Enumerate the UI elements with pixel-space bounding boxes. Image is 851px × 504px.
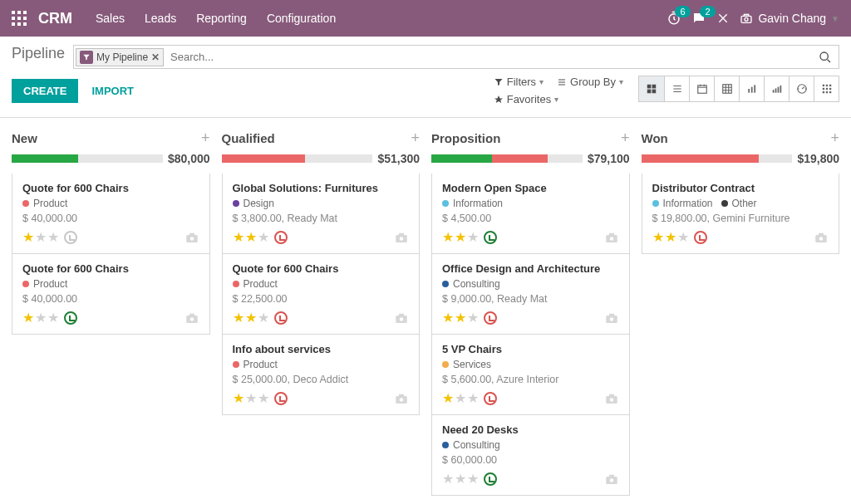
camera-icon[interactable]: [604, 311, 619, 325]
import-button[interactable]: IMPORT: [83, 79, 142, 103]
add-card-icon[interactable]: +: [201, 130, 210, 147]
groupby-dropdown[interactable]: Group By▾: [557, 76, 623, 88]
star-icon[interactable]: ★: [652, 229, 664, 245]
star-icon[interactable]: ★: [467, 471, 479, 487]
chip-label: My Pipeline: [96, 51, 148, 63]
funnel-icon: [80, 51, 93, 64]
star-icon[interactable]: ★: [258, 310, 269, 325]
star-icon[interactable]: ★: [245, 310, 257, 325]
star-icon[interactable]: ★: [47, 310, 59, 325]
search-chip[interactable]: My Pipeline ✕: [76, 48, 164, 66]
card-subtitle: $ 40,000.00: [22, 213, 199, 224]
star-icon[interactable]: ★: [245, 229, 257, 245]
star-icon[interactable]: ★: [245, 390, 257, 406]
star-icon[interactable]: ★: [455, 229, 466, 245]
view-cohort[interactable]: [764, 76, 789, 101]
activity-clock-icon[interactable]: [64, 311, 77, 325]
view-activity[interactable]: [814, 76, 839, 101]
star-icon[interactable]: ★: [442, 390, 454, 406]
svg-point-47: [400, 317, 404, 321]
kanban-card[interactable]: Quote for 600 ChairsProduct$ 40,000.00★★…: [12, 174, 210, 254]
star-icon[interactable]: ★: [35, 310, 47, 325]
view-dashboard[interactable]: [789, 76, 814, 101]
user-menu[interactable]: Gavin Chang ▼: [740, 12, 839, 25]
kanban-card[interactable]: Global Solutions: FurnituresDesign$ 3,80…: [222, 174, 421, 254]
filters-dropdown[interactable]: Filters▾: [494, 76, 544, 88]
camera-icon[interactable]: [184, 231, 199, 244]
timer-icon[interactable]: 6: [667, 11, 681, 26]
chip-remove-icon[interactable]: ✕: [151, 51, 160, 63]
activity-clock-icon[interactable]: [274, 231, 288, 244]
add-card-icon[interactable]: +: [411, 130, 420, 147]
kanban-card[interactable]: Quote for 600 ChairsProduct$ 22,500.00★★…: [222, 254, 421, 335]
star-icon[interactable]: ★: [233, 310, 244, 325]
view-list[interactable]: [664, 76, 689, 101]
favorites-dropdown[interactable]: Favorites▾: [494, 93, 558, 105]
star-icon[interactable]: ★: [258, 390, 269, 406]
star-icon[interactable]: ★: [47, 229, 59, 245]
camera-icon[interactable]: [604, 392, 619, 405]
camera-icon[interactable]: [394, 311, 409, 325]
star-icon[interactable]: ★: [442, 310, 454, 325]
star-icon[interactable]: ★: [467, 310, 479, 325]
camera-icon[interactable]: [814, 231, 829, 244]
star-icon[interactable]: ★: [442, 471, 454, 487]
kanban-card[interactable]: Modern Open SpaceInformation$ 4,500.00★★…: [431, 174, 630, 254]
star-icon[interactable]: ★: [35, 229, 47, 245]
activity-clock-icon[interactable]: [484, 392, 497, 405]
activity-clock-icon[interactable]: [484, 311, 497, 325]
messages-icon[interactable]: 2: [691, 11, 706, 26]
star-icon[interactable]: ★: [455, 390, 466, 406]
kanban-card[interactable]: Info about servicesProduct$ 25,000.00, D…: [222, 335, 421, 415]
search-icon[interactable]: [812, 51, 839, 64]
activity-clock-icon[interactable]: [484, 231, 497, 244]
svg-point-59: [609, 398, 613, 402]
kanban-card[interactable]: Quote for 600 ChairsProduct$ 40,000.00★★…: [12, 254, 210, 335]
kanban-card[interactable]: Need 20 DesksConsulting$ 60,000.00★★★: [431, 415, 630, 496]
activity-clock-icon[interactable]: [64, 231, 77, 244]
camera-icon[interactable]: [394, 231, 409, 244]
activity-clock-icon[interactable]: [484, 472, 497, 486]
activity-clock-icon[interactable]: [274, 311, 288, 325]
star-icon[interactable]: ★: [467, 390, 479, 406]
view-pivot[interactable]: [714, 76, 739, 101]
tools-icon[interactable]: [716, 12, 730, 25]
brand[interactable]: CRM: [33, 10, 87, 27]
menu-sales[interactable]: Sales: [87, 2, 133, 35]
star-icon[interactable]: ★: [22, 310, 34, 325]
create-button[interactable]: CREATE: [12, 79, 78, 103]
camera-icon[interactable]: [604, 472, 619, 486]
view-calendar[interactable]: [689, 76, 714, 101]
star-icon[interactable]: ★: [22, 229, 34, 245]
star-icon[interactable]: ★: [442, 229, 454, 245]
card-title: Office Design and Architecture: [442, 262, 619, 275]
star-icon[interactable]: ★: [455, 310, 466, 325]
camera-icon[interactable]: [184, 311, 199, 325]
apps-icon[interactable]: [5, 4, 33, 32]
add-card-icon[interactable]: +: [830, 130, 839, 147]
add-card-icon[interactable]: +: [621, 130, 630, 147]
star-icon[interactable]: ★: [665, 229, 676, 245]
star-icon[interactable]: ★: [258, 229, 269, 245]
kanban-card[interactable]: Office Design and ArchitectureConsulting…: [431, 254, 630, 335]
svg-rect-2: [23, 11, 27, 14]
view-graph[interactable]: [739, 76, 764, 101]
activity-clock-icon[interactable]: [694, 231, 707, 244]
search-input[interactable]: [165, 46, 812, 68]
menu-configuration[interactable]: Configuration: [258, 2, 344, 35]
menu-leads[interactable]: Leads: [136, 2, 184, 35]
star-icon[interactable]: ★: [467, 229, 479, 245]
view-kanban[interactable]: [639, 76, 664, 101]
star-icon[interactable]: ★: [233, 390, 244, 406]
kanban-card[interactable]: 5 VP ChairsServices$ 5,600.00, Azure Int…: [431, 335, 630, 415]
svg-rect-51: [399, 394, 404, 395]
star-icon[interactable]: ★: [455, 471, 466, 487]
activity-clock-icon[interactable]: [274, 392, 288, 405]
star-icon[interactable]: ★: [677, 229, 689, 245]
camera-icon[interactable]: [394, 392, 409, 405]
card-tag: Information: [652, 198, 713, 209]
kanban-card[interactable]: Distributor ContractInformationOther$ 19…: [642, 174, 840, 254]
camera-icon[interactable]: [604, 231, 619, 244]
menu-reporting[interactable]: Reporting: [188, 2, 255, 35]
star-icon[interactable]: ★: [233, 229, 244, 245]
